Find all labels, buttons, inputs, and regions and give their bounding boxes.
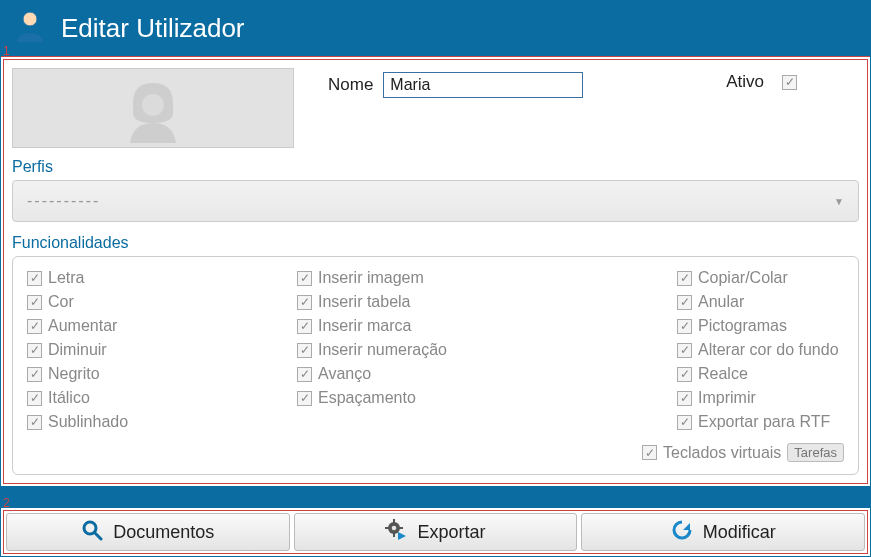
svg-rect-9 [399,527,403,529]
func-item: Anular [677,291,844,313]
name-label: Nome [328,75,373,95]
active-checkbox[interactable] [782,75,797,90]
checkbox[interactable] [677,295,692,310]
modificar-button[interactable]: Modificar [581,513,865,551]
modificar-label: Modificar [703,522,776,543]
name-area: Nome [328,72,583,98]
svg-point-5 [392,525,397,530]
svg-point-1 [142,94,164,116]
checkbox[interactable] [297,295,312,310]
func-item: Imprimir [677,387,844,409]
separator-strip: 2 [1,486,870,508]
checkbox[interactable] [297,391,312,406]
func-item: Aumentar [27,315,297,337]
func-item: Inserir marca [297,315,677,337]
func-item: Espaçamento [297,387,677,409]
active-label: Ativo [726,72,764,92]
titlebar: Editar Utilizador 1 [1,1,870,57]
avatar[interactable] [12,68,294,148]
checkbox[interactable] [677,367,692,382]
marker-2: 2 [3,496,10,510]
checkbox[interactable] [297,343,312,358]
tarefas-button[interactable]: Tarefas [787,443,844,462]
action-bar: Documentos Exportar Modificar [3,510,868,554]
funcionalidades-box: Letra Cor Aumentar Diminuir Negrito Itál… [12,256,859,475]
main-panel: Nome Ativo Perfis ---------- ▼ Funcional… [3,59,868,484]
func-item: Negrito [27,363,297,385]
checkbox[interactable] [27,271,42,286]
user-header-row: Nome Ativo [8,64,863,154]
func-item: Pictogramas [677,315,844,337]
marker-1: 1 [3,44,10,58]
virtual-keyboards-label: Teclados virtuais [663,444,781,462]
svg-rect-7 [393,533,395,537]
virtual-keyboards-checkbox[interactable] [642,445,657,460]
checkbox[interactable] [297,319,312,334]
exportar-button[interactable]: Exportar [294,513,578,551]
func-item: Sublinhado [27,411,297,433]
checkbox[interactable] [27,319,42,334]
func-col-1: Letra Cor Aumentar Diminuir Negrito Itál… [27,267,297,433]
func-item: Diminuir [27,339,297,361]
func-item: Cor [27,291,297,313]
active-area: Ativo [726,72,857,92]
checkbox[interactable] [677,391,692,406]
checkbox[interactable] [27,343,42,358]
func-item: Exportar para RTF [677,411,844,433]
checkbox[interactable] [27,415,42,430]
funcionalidades-label: Funcionalidades [8,230,863,254]
svg-point-0 [23,12,37,26]
checkbox[interactable] [27,367,42,382]
checkbox[interactable] [677,319,692,334]
func-item: Inserir numeração [297,339,677,361]
perfis-label: Perfis [8,154,863,178]
checkbox[interactable] [297,271,312,286]
func-item: Realce [677,363,844,385]
gear-icon [385,519,407,546]
checkbox[interactable] [27,391,42,406]
func-item: Avanço [297,363,677,385]
func-item: Itálico [27,387,297,409]
checkbox[interactable] [677,271,692,286]
func-col-2: Inserir imagem Inserir tabela Inserir ma… [297,267,677,433]
user-icon [13,8,47,49]
perfis-dropdown[interactable]: ---------- ▼ [12,180,859,222]
func-item: Copiar/Colar [677,267,844,289]
func-item: Alterar cor do fundo [677,339,844,361]
documentos-button[interactable]: Documentos [6,513,290,551]
svg-rect-6 [393,519,395,523]
search-icon [81,519,103,546]
checkbox[interactable] [677,415,692,430]
virtual-keyboards-row: Teclados virtuais Tarefas [27,443,844,462]
checkbox[interactable] [677,343,692,358]
checkbox[interactable] [27,295,42,310]
func-col-3: Copiar/Colar Anular Pictogramas Alterar … [677,267,844,433]
chevron-down-icon: ▼ [834,196,846,207]
window-title: Editar Utilizador [61,13,245,44]
func-item: Letra [27,267,297,289]
refresh-icon [671,519,693,546]
exportar-label: Exportar [417,522,485,543]
perfis-value: ---------- [27,192,100,210]
checkbox[interactable] [297,367,312,382]
func-item: Inserir imagem [297,267,677,289]
func-item: Inserir tabela [297,291,677,313]
documentos-label: Documentos [113,522,214,543]
name-input[interactable] [383,72,583,98]
svg-line-3 [95,533,101,539]
svg-rect-8 [385,527,389,529]
